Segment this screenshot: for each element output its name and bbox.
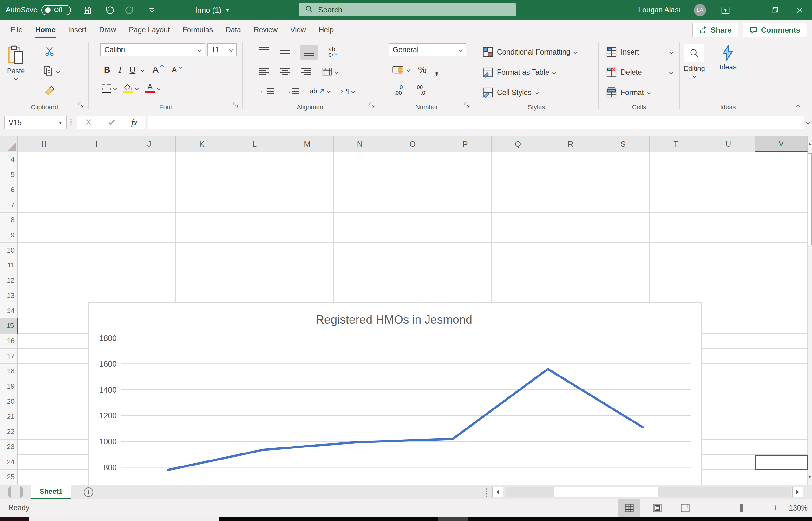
column-header-I[interactable]: I <box>70 136 123 152</box>
tab-data[interactable]: Data <box>219 21 248 39</box>
format-painter-icon[interactable] <box>44 85 55 98</box>
top-align-button[interactable] <box>259 47 269 50</box>
column-header-J[interactable]: J <box>123 136 176 152</box>
column-header-M[interactable]: M <box>281 136 334 152</box>
clipboard-dialog-launcher-icon[interactable] <box>78 102 84 110</box>
decrease-indent-button[interactable]: ← <box>259 87 274 95</box>
minimize-button[interactable] <box>745 5 755 16</box>
fill-color-button[interactable] <box>123 83 138 93</box>
underline-button[interactable]: U <box>130 65 144 75</box>
formula-bar-handle[interactable] <box>70 118 72 126</box>
insert-cells-button[interactable]: Insert <box>606 47 639 58</box>
tab-file[interactable]: File <box>4 21 29 39</box>
row-header-16[interactable]: 16 <box>0 334 18 349</box>
document-title[interactable]: hmo (1) ▼ <box>195 6 230 15</box>
row-header-22[interactable]: 22 <box>0 424 18 439</box>
close-button[interactable] <box>794 5 805 16</box>
row-header-19[interactable]: 19 <box>0 379 18 394</box>
zoom-slider[interactable] <box>713 508 767 508</box>
zoom-slider-thumb[interactable] <box>740 504 744 512</box>
paste-dropdown-icon[interactable] <box>14 76 18 81</box>
text-direction-button[interactable]: ›¶ <box>341 87 354 95</box>
sheet-tab-sheet1[interactable]: Sheet1 <box>31 485 71 499</box>
row-header-8[interactable]: 8 <box>0 213 18 228</box>
restore-button[interactable] <box>769 5 780 16</box>
conditional-formatting-button[interactable]: Conditional Formatting <box>483 47 577 58</box>
column-header-K[interactable]: K <box>176 136 228 152</box>
horizontal-scroll-thumb[interactable] <box>554 487 658 497</box>
row-header-10[interactable]: 10 <box>0 243 18 258</box>
font-size-select[interactable]: 11 <box>208 43 237 56</box>
row-header-25[interactable]: 25 <box>0 470 18 485</box>
bottom-align-button[interactable] <box>300 45 318 60</box>
row-header-7[interactable]: 7 <box>0 198 18 213</box>
column-header-U[interactable]: U <box>702 136 755 152</box>
autosave-switch[interactable]: Off <box>41 5 71 15</box>
row-header-4[interactable]: 4 <box>0 152 18 167</box>
increase-font-size-button[interactable]: A <box>152 64 163 75</box>
zoom-in-button[interactable]: + <box>773 503 778 514</box>
editing-button[interactable]: Editing <box>684 44 705 77</box>
bold-button[interactable]: B <box>104 65 110 75</box>
tab-draw[interactable]: Draw <box>93 21 123 39</box>
tab-help[interactable]: Help <box>313 21 340 39</box>
save-icon[interactable] <box>82 5 93 16</box>
delete-dropdown-icon[interactable] <box>669 70 674 74</box>
decrease-font-size-button[interactable]: A <box>172 65 182 74</box>
row-header-20[interactable]: 20 <box>0 394 18 409</box>
insert-dropdown-icon[interactable] <box>669 50 674 54</box>
decrease-decimal-button[interactable]: .00→.0 <box>415 85 425 96</box>
row-header-14[interactable]: 14 <box>0 303 18 318</box>
name-box[interactable]: V15 ▼ <box>4 116 67 129</box>
vertical-scroll-thumb[interactable] <box>808 153 812 245</box>
merge-center-button[interactable] <box>322 67 338 76</box>
column-header-R[interactable]: R <box>544 136 597 152</box>
tab-formulas[interactable]: Formulas <box>176 21 219 39</box>
row-header-6[interactable]: 6 <box>0 182 18 198</box>
column-header-P[interactable]: P <box>439 136 492 152</box>
row-header-15[interactable]: 15 <box>0 318 18 334</box>
column-header-T[interactable]: T <box>649 136 702 152</box>
tab-review[interactable]: Review <box>248 21 284 39</box>
column-header-H[interactable]: H <box>18 136 70 152</box>
zoom-out-button[interactable]: − <box>702 503 708 514</box>
accounting-format-button[interactable] <box>392 65 410 75</box>
page-layout-view-button[interactable] <box>646 499 668 517</box>
share-button[interactable]: Share <box>692 23 739 37</box>
prev-sheet-icon[interactable] <box>8 488 12 496</box>
comma-style-button[interactable]: , <box>435 67 439 73</box>
italic-button[interactable]: I <box>119 65 122 75</box>
copy-icon[interactable] <box>43 65 53 78</box>
align-left-button[interactable] <box>259 68 269 75</box>
user-name[interactable]: Lougan Alasi <box>638 6 680 14</box>
tab-home[interactable]: Home <box>29 21 62 39</box>
format-as-table-button[interactable]: Format as Table <box>483 67 556 78</box>
increase-indent-button[interactable]: → <box>284 87 299 95</box>
column-header-S[interactable]: S <box>597 136 649 152</box>
number-format-select[interactable]: General <box>388 43 466 56</box>
autosave-toggle[interactable]: AutoSave Off <box>6 5 71 15</box>
collapse-ribbon-icon[interactable] <box>796 105 800 109</box>
new-sheet-button[interactable]: + <box>84 488 93 497</box>
scroll-down-button[interactable] <box>808 469 812 485</box>
cancel-icon[interactable] <box>85 118 92 127</box>
align-center-button[interactable] <box>280 68 290 75</box>
select-all-button[interactable] <box>0 136 18 152</box>
ribbon-display-options-icon[interactable] <box>720 5 731 16</box>
row-header-9[interactable]: 9 <box>0 228 18 243</box>
delete-cells-button[interactable]: Delete <box>606 67 642 78</box>
column-header-N[interactable]: N <box>334 136 386 152</box>
zoom-level[interactable]: 130% <box>784 504 808 513</box>
tab-view[interactable]: View <box>284 21 312 39</box>
selected-cell[interactable] <box>755 455 808 470</box>
ideas-button[interactable]: Ideas <box>715 45 741 71</box>
row-header-12[interactable]: 12 <box>0 273 18 288</box>
expand-formula-bar-icon[interactable] <box>806 120 810 124</box>
avatar[interactable]: LA <box>694 4 706 16</box>
cut-icon[interactable] <box>44 45 55 59</box>
editing-dropdown-icon[interactable] <box>692 74 697 78</box>
row-header-21[interactable]: 21 <box>0 409 18 424</box>
column-header-L[interactable]: L <box>228 136 281 152</box>
number-dialog-launcher-icon[interactable] <box>464 102 470 110</box>
column-header-O[interactable]: O <box>386 136 439 152</box>
